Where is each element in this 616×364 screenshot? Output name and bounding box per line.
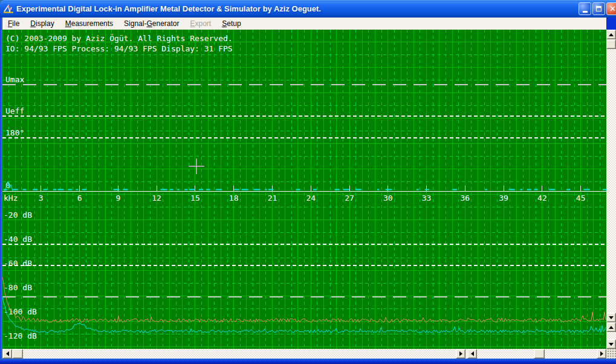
svg-text:IO: 94/93 FPS Process: 94/93: IO: 94/93 FPS Process: 94/93 FPS Display… [5,44,233,53]
svg-text:-60 dB: -60 dB [4,259,32,268]
scroll-right-button[interactable] [456,349,465,359]
svg-text:18: 18 [229,193,239,203]
app-window: Experimental Digital Lock-in Amplifier M… [0,0,616,364]
menu-item-display[interactable]: Display [25,18,59,29]
svg-text:Umax: Umax [5,75,24,84]
menu-item-signal-generator[interactable]: Signal-Generator [118,18,184,29]
menu-bar: FileDisplayMeasurementsSignal-GeneratorE… [2,18,606,30]
scope-display[interactable]: UmaxUeff180°3691215182124273033363942450… [2,30,606,349]
svg-text:-100 dB: -100 dB [4,307,37,316]
svg-text:3: 3 [39,193,44,203]
window-border-left [0,18,2,359]
svg-text:24: 24 [306,193,316,203]
svg-text:39: 39 [499,193,508,203]
window-border-bottom [0,359,616,364]
svg-text:(C) 2003-2009 by Aziz Ögüt. Al: (C) 2003-2009 by Aziz Ögüt. All Rights R… [5,33,233,43]
horizontal-scrollbar-strip [2,349,606,359]
window-title: Experimental Digital Lock-in Amplifier M… [16,4,321,13]
svg-text:27: 27 [345,193,354,203]
app-icon[interactable] [3,4,14,15]
arrow-right-icon [600,351,606,356]
svg-text:9: 9 [115,193,120,203]
horizontal-scroll-track[interactable] [23,349,456,359]
horizontal-scroll-thumb-2[interactable] [534,349,545,359]
resize-grip[interactable] [606,349,616,359]
menu-item-export: Export [185,18,217,29]
minimize-icon [583,11,588,13]
svg-text:180°: 180° [5,128,24,137]
svg-text:42: 42 [537,193,547,203]
scroll-left-button[interactable] [2,349,12,359]
arrow-up-icon [609,31,614,36]
menu-item-file[interactable]: File [2,18,25,29]
svg-text:15: 15 [190,193,200,203]
svg-text:12: 12 [152,193,161,203]
svg-text:Ueff: Ueff [5,106,24,115]
horizontal-scroll-thumb[interactable] [12,349,23,359]
horizontal-scroll-track-2b[interactable] [545,349,597,359]
vertical-scroll-track[interactable] [606,49,616,313]
svg-text:-40 dB: -40 dB [4,235,32,244]
scroll-down-button-2[interactable] [606,339,616,349]
scroll-up-button-2[interactable] [606,322,616,332]
scroll-down-button[interactable] [606,313,616,322]
title-bar: Experimental Digital Lock-in Amplifier M… [0,0,616,18]
maximize-button[interactable] [592,2,605,15]
arrow-right-icon [459,351,465,356]
horizontal-scroll-track-2a[interactable] [477,349,534,359]
scroll-up-button[interactable] [606,30,616,39]
scroll-right-button-2[interactable] [597,349,606,359]
arrow-left-icon [4,351,9,356]
svg-text:-80 dB: -80 dB [4,283,32,292]
arrow-down-icon [609,316,614,322]
vertical-scroll-track-2[interactable] [606,332,616,339]
close-icon: ✕ [609,5,616,13]
arrow-down-icon [609,343,614,348]
svg-text:kHz: kHz [4,193,18,203]
menu-item-measurements[interactable]: Measurements [60,18,118,29]
svg-text:21: 21 [268,193,277,203]
arrow-up-icon [609,323,614,329]
menu-item-setup[interactable]: Setup [216,18,246,29]
vertical-scroll-thumb[interactable] [606,39,616,49]
svg-text:-20 dB: -20 dB [4,210,32,219]
vertical-scrollbar[interactable] [606,30,616,349]
svg-text:30: 30 [383,193,393,203]
scroll-left-button-2[interactable] [467,349,477,359]
maximize-icon [596,6,601,11]
svg-text:36: 36 [461,193,470,203]
svg-text:6: 6 [77,193,82,203]
minimize-button[interactable] [579,2,591,15]
close-button[interactable]: ✕ [606,2,616,15]
svg-text:33: 33 [422,193,432,203]
svg-text:45: 45 [576,193,586,203]
arrow-left-icon [468,351,474,356]
scope-display-area[interactable]: UmaxUeff180°3691215182124273033363942450… [2,30,606,349]
svg-text:-120 dB: -120 dB [4,331,37,340]
